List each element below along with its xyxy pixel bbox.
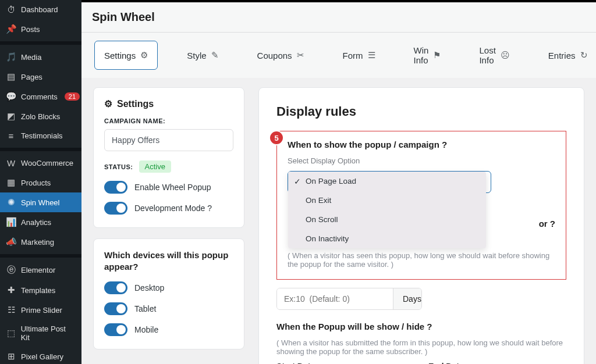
menu-icon: ⊞ [6, 351, 16, 362]
help-text-visitor: ( When a visitor has seen this popup, ho… [288, 251, 555, 269]
gear-icon: ⚙ [104, 98, 112, 109]
help-text-subscriber: ( When a visitor has submitted the form … [276, 338, 566, 356]
step-marker: 5 [269, 130, 284, 145]
lost info-icon: ☹ [501, 50, 510, 60]
content: ⚙Settings CAMPAIGN NAME: STATUS: Active … [81, 78, 596, 364]
menu-icon: ≡ [6, 131, 16, 141]
start-date-label: Start Date [276, 362, 414, 364]
sidebar-item-media[interactable]: 🎵Media [0, 47, 81, 67]
days-input[interactable] [277, 288, 393, 309]
start-date-col: Start Date [276, 362, 414, 364]
partial-text-or: or ? [539, 219, 555, 229]
menu-icon: ✚ [6, 285, 16, 295]
panel-heading: Display rules [276, 104, 566, 119]
toggle-icon [104, 323, 127, 336]
menu-icon: ⏱ [6, 5, 16, 15]
highlight-box: 5 When to show the popup / campaign ? Se… [276, 131, 566, 280]
sidebar-item-zolo-blocks[interactable]: ◩Zolo Blocks [0, 106, 81, 126]
display-option-select[interactable]: On Page LoadOn ExitOn ScrollOn Inactivit… [288, 171, 491, 193]
style-icon: ✎ [211, 50, 219, 60]
question-show-hide: When the Popup will be show / hide ? [276, 322, 566, 331]
menu-icon: W [6, 158, 16, 168]
toggle-icon [104, 281, 127, 294]
sidebar-item-pixel-gallery[interactable]: ⊞Pixel Gallery [0, 347, 81, 364]
option-on-inactivity[interactable]: On Inactivity [288, 229, 486, 248]
days-input-group: Days [276, 288, 422, 310]
show-hide-section: When the Popup will be show / hide ? ( W… [276, 322, 566, 364]
tab-form[interactable]: Form☰ [334, 41, 385, 70]
sidebar-item-dashboard[interactable]: ⏱Dashboard [0, 0, 81, 19]
devices-card-title: Which devices will this popup appear? [104, 249, 233, 273]
menu-icon: 📌 [6, 24, 16, 34]
date-row: Start Date End Date [276, 362, 566, 364]
left-column: ⚙Settings CAMPAIGN NAME: STATUS: Active … [93, 87, 244, 355]
toggle-dev-mode[interactable]: Development Mode ? [104, 202, 233, 215]
toggle-desktop[interactable]: Desktop [104, 281, 233, 294]
toggle-mobile[interactable]: Mobile [104, 323, 233, 336]
sidebar-item-testimonials[interactable]: ≡Testimonials [0, 126, 81, 145]
option-on-page-load[interactable]: On Page Load [288, 172, 486, 191]
entries-icon: ↻ [580, 50, 588, 60]
menu-icon: 📊 [6, 217, 16, 227]
tab-entries[interactable]: Entries↻ [539, 41, 596, 70]
comments-badge: 21 [65, 92, 80, 101]
option-on-scroll[interactable]: On Scroll [288, 210, 486, 229]
end-date-col: End Date [428, 362, 566, 364]
sidebar-item-comments[interactable]: 💬Comments21 [0, 87, 81, 106]
sidebar-item-posts[interactable]: 📌Posts [0, 19, 81, 39]
sidebar-item-pages[interactable]: ▤Pages [0, 67, 81, 87]
sidebar-item-prime-slider[interactable]: ☷Prime Slider [0, 300, 81, 320]
toggle-icon [104, 202, 127, 215]
coupons-icon: ✂ [297, 50, 304, 60]
toggle-enable-wheel[interactable]: Enable Wheel Popup [104, 181, 233, 194]
end-date-label: End Date [428, 362, 566, 364]
main-area: Spin Wheel Settings⚙Style✎Coupons✂Form☰W… [81, 0, 596, 364]
menu-icon: ⓔ [6, 265, 16, 276]
campaign-name-label: CAMPAIGN NAME: [104, 117, 233, 124]
admin-sidebar: ⏱Dashboard📌Posts🎵Media▤Pages💬Comments21◩… [0, 0, 81, 364]
separator [0, 254, 81, 258]
menu-icon: ◩ [6, 111, 16, 122]
status-label: STATUS: [104, 163, 133, 170]
option-on-exit[interactable]: On Exit [288, 191, 486, 210]
sidebar-item-products[interactable]: ▦Products [0, 173, 81, 192]
menu-icon: ☷ [6, 305, 16, 315]
status-badge: Active [139, 160, 171, 173]
tab-style[interactable]: Style✎ [178, 41, 228, 70]
days-suffix: Days [393, 288, 422, 309]
menu-icon: ✺ [6, 197, 16, 208]
tab-win-info[interactable]: Win Info⚑ [405, 41, 450, 70]
sidebar-item-elementor[interactable]: ⓔElementor [0, 260, 81, 280]
sidebar-item-woocommerce[interactable]: WWooCommerce [0, 154, 81, 173]
win info-icon: ⚑ [433, 50, 441, 60]
sidebar-item-marketing[interactable]: 📣Marketing [0, 232, 81, 252]
campaign-name-input[interactable] [104, 129, 233, 151]
devices-card: Which devices will this popup appear? De… [93, 238, 244, 349]
separator [0, 148, 81, 151]
menu-icon: ▦ [6, 177, 16, 188]
toggle-tablet[interactable]: Tablet [104, 302, 233, 315]
display-rules-panel: Display rules 5 When to show the popup /… [258, 87, 584, 364]
right-column: Display rules 5 When to show the popup /… [258, 87, 584, 355]
tab-coupons[interactable]: Coupons✂ [248, 41, 314, 70]
menu-icon: ▤ [6, 72, 16, 82]
menu-icon: 💬 [6, 91, 16, 102]
tab-bar: Settings⚙Style✎Coupons✂Form☰Win Info⚑Los… [81, 33, 596, 78]
menu-icon: ⬚ [6, 328, 16, 338]
toggle-icon [104, 302, 127, 315]
menu-icon: 📣 [6, 237, 16, 247]
display-option-menu: On Page LoadOn ExitOn ScrollOn Inactivit… [288, 172, 486, 248]
select-display-label: Select Display Option [288, 156, 555, 165]
tab-lost-info[interactable]: Lost Info☹ [470, 41, 519, 70]
separator [0, 41, 81, 45]
settings-card: ⚙Settings CAMPAIGN NAME: STATUS: Active … [93, 87, 244, 228]
page-title: Spin Wheel [81, 2, 596, 33]
sidebar-item-ultimate-post-kit[interactable]: ⬚Ultimate Post Kit [0, 320, 81, 347]
sidebar-item-spin-wheel[interactable]: ✺Spin Wheel [0, 192, 81, 212]
tab-settings[interactable]: Settings⚙ [94, 41, 158, 70]
sidebar-item-analytics[interactable]: 📊Analytics [0, 212, 81, 232]
settings-card-title: ⚙Settings [104, 98, 233, 109]
status-row: STATUS: Active [104, 160, 233, 173]
settings-icon: ⚙ [140, 50, 148, 60]
sidebar-item-templates[interactable]: ✚Templates [0, 280, 81, 300]
